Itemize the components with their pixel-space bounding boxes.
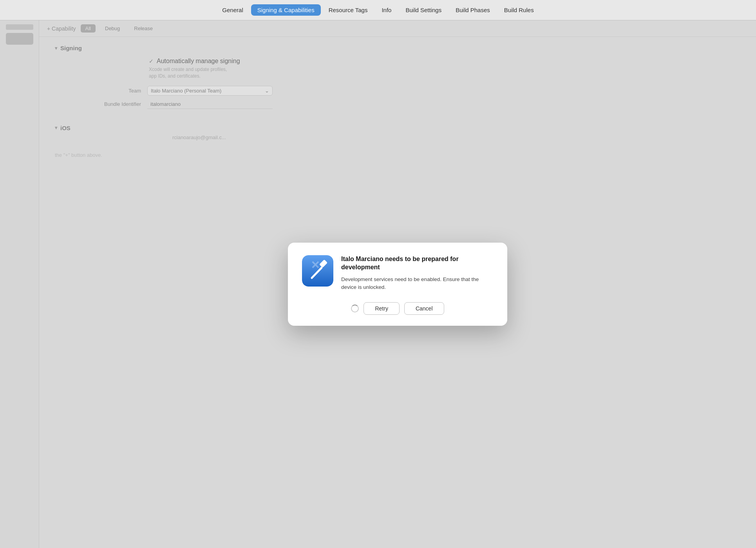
overlay: ✕ Italo Marciano needs to be prepared fo… <box>39 20 756 548</box>
tab-build-phases[interactable]: Build Phases <box>449 4 496 16</box>
sidebar-placeholder-2 <box>6 33 33 45</box>
dialog: ✕ Italo Marciano needs to be prepared fo… <box>288 243 507 326</box>
dialog-actions: Retry Cancel <box>302 302 493 315</box>
tab-general[interactable]: General <box>216 4 249 16</box>
cancel-button[interactable]: Cancel <box>404 302 444 315</box>
tab-build-rules[interactable]: Build Rules <box>498 4 540 16</box>
xcode-icon: ✕ <box>302 255 333 287</box>
dialog-title: Italo Marciano needs to be prepared for … <box>341 255 493 272</box>
dialog-top: ✕ Italo Marciano needs to be prepared fo… <box>302 255 493 291</box>
tab-build-settings[interactable]: Build Settings <box>399 4 448 16</box>
content-area: + Capability All Debug Release ▾ Signing… <box>0 20 756 548</box>
sidebar <box>0 20 39 548</box>
main-panel: + Capability All Debug Release ▾ Signing… <box>39 20 756 548</box>
svg-text:✕: ✕ <box>311 259 320 271</box>
tab-info[interactable]: Info <box>375 4 398 16</box>
tab-bar: General Signing & Capabilities Resource … <box>0 0 756 20</box>
tab-signing-capabilities[interactable]: Signing & Capabilities <box>251 4 321 16</box>
tab-resource-tags[interactable]: Resource Tags <box>322 4 374 16</box>
retry-button[interactable]: Retry <box>364 302 399 315</box>
dialog-text-area: Italo Marciano needs to be prepared for … <box>341 255 493 291</box>
sidebar-placeholder-1 <box>6 24 33 30</box>
dialog-body: Development services need to be enabled.… <box>341 276 493 292</box>
loading-spinner <box>351 305 359 312</box>
